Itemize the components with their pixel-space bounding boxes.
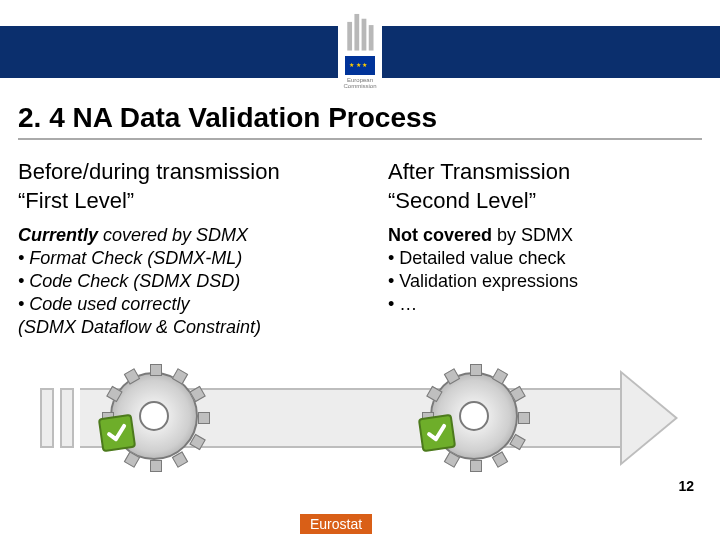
footer-brand: Eurostat [300,514,372,534]
ec-pillars-icon [344,6,376,54]
progress-bar-segment [60,388,74,448]
page-number: 12 [678,478,694,494]
left-heading: Before/during transmission “First Level” [18,158,388,215]
logo-org-top: European [347,77,373,83]
svg-rect-3 [369,25,374,50]
right-intro-strong: Not covered [388,225,492,245]
process-arrow-head-icon [620,370,678,466]
checkmark-badge-icon [98,414,136,452]
left-heading-l1: Before/during transmission [18,159,280,184]
left-intro-rest: covered by SDMX [98,225,248,245]
right-intro-rest: by SDMX [492,225,573,245]
left-column: Before/during transmission “First Level”… [18,158,388,338]
svg-rect-1 [354,14,359,51]
right-bullet-2: • Validation expressions [388,271,688,292]
svg-rect-2 [362,19,367,51]
right-heading: After Transmission “Second Level” [388,158,688,215]
right-column: After Transmission “Second Level” Not co… [388,158,688,338]
left-bullet-2: • Code Check (SDMX DSD) [18,271,388,292]
checkmark-badge-icon [418,414,456,452]
left-heading-l2: “First Level” [18,188,134,213]
progress-bar-segment [40,388,54,448]
left-bullet-1: • Format Check (SDMX-ML) [18,248,388,269]
right-intro: Not covered by SDMX [388,225,688,246]
logo-org-bot: Commission [343,83,376,89]
left-intro: Currently covered by SDMX [18,225,388,246]
eu-flag-icon [345,56,375,75]
logo-org-name: European Commission [343,77,376,90]
right-bullet-3: • … [388,294,688,315]
left-bullet-3: • Code used correctly [18,294,388,315]
right-heading-l1: After Transmission [388,159,570,184]
left-intro-strong: Currently [18,225,98,245]
left-bullet-4: (SDMX Dataflow & Constraint) [18,317,388,338]
slide-title: 2. 4 NA Data Validation Process [18,102,702,140]
svg-rect-0 [347,22,352,51]
ec-logo: European Commission [338,6,382,90]
right-bullet-1: • Detailed value check [388,248,688,269]
right-heading-l2: “Second Level” [388,188,536,213]
content-columns: Before/during transmission “First Level”… [18,158,702,338]
